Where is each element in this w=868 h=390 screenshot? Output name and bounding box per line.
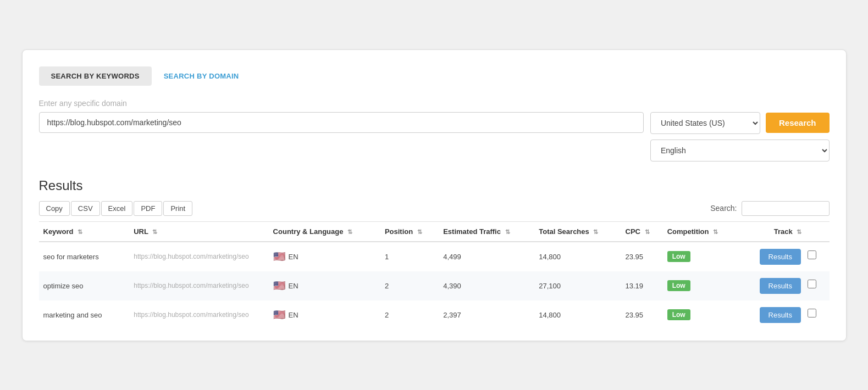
cell-traffic: 2,397 xyxy=(439,300,534,330)
col-header-position: Position ⇅ xyxy=(380,221,439,242)
table-search-input[interactable] xyxy=(742,201,830,216)
copy-button[interactable]: Copy xyxy=(39,201,70,216)
table-controls: Copy CSV Excel PDF Print Search: xyxy=(39,201,830,216)
tab-search-by-domain[interactable]: Search by Domain xyxy=(152,66,251,86)
track-checkbox[interactable] xyxy=(808,250,816,259)
sort-icon-traffic[interactable]: ⇅ xyxy=(505,229,510,236)
tab-bar: Search by Keywords Search by Domain xyxy=(39,66,830,86)
main-card: Search by Keywords Search by Domain Ente… xyxy=(22,49,847,341)
col-header-traffic: Estimated Traffic ⇅ xyxy=(439,221,534,242)
col-header-country: Country & Language ⇅ xyxy=(269,221,380,242)
search-row: United States (US) United Kingdom (UK) C… xyxy=(39,112,830,161)
col-header-track: Track ⇅ xyxy=(747,221,830,242)
table-row: optimize seo https://blog.hubspot.com/ma… xyxy=(39,271,830,300)
table-header-row: Keyword ⇅ URL ⇅ Country & Language ⇅ Pos… xyxy=(39,221,830,242)
language-code: EN xyxy=(289,311,298,319)
cell-keyword: seo for marketers xyxy=(39,242,130,271)
results-button[interactable]: Results xyxy=(760,278,801,294)
sort-icon-competition[interactable]: ⇅ xyxy=(713,229,718,236)
results-title: Results xyxy=(39,178,830,193)
language-code: EN xyxy=(289,282,298,290)
sort-icon-searches[interactable]: ⇅ xyxy=(593,229,598,236)
cell-keyword: marketing and seo xyxy=(39,300,130,330)
cell-searches: 14,800 xyxy=(534,300,621,330)
tab-search-by-keywords[interactable]: Search by Keywords xyxy=(39,66,152,86)
cell-url: https://blog.hubspot.com/marketing/seo xyxy=(129,242,268,271)
cell-url: https://blog.hubspot.com/marketing/seo xyxy=(129,300,268,330)
competition-badge: Low xyxy=(667,309,690,320)
results-button[interactable]: Results xyxy=(760,249,801,265)
col-header-keyword: Keyword ⇅ xyxy=(39,221,130,242)
language-select[interactable]: English Spanish French German xyxy=(650,140,830,161)
cell-competition: Low xyxy=(663,271,747,300)
table-row: marketing and seo https://blog.hubspot.c… xyxy=(39,300,830,330)
flag-icon: 🇺🇸 xyxy=(273,250,285,263)
track-checkbox[interactable] xyxy=(808,309,816,317)
top-right-row: United States (US) United Kingdom (UK) C… xyxy=(650,112,830,134)
pdf-button[interactable]: PDF xyxy=(134,201,162,216)
cell-url: https://blog.hubspot.com/marketing/seo xyxy=(129,271,268,300)
print-button[interactable]: Print xyxy=(163,201,192,216)
col-header-cpc: CPC ⇅ xyxy=(621,221,663,242)
col-header-url: URL ⇅ xyxy=(129,221,268,242)
competition-badge: Low xyxy=(667,280,690,291)
cell-track: Results xyxy=(747,300,830,330)
col-header-competition: Competition ⇅ xyxy=(663,221,747,242)
cell-track: Results xyxy=(747,271,830,300)
cell-position: 2 xyxy=(380,300,439,330)
cell-cpc: 13.19 xyxy=(621,271,663,300)
cell-searches: 27,100 xyxy=(534,271,621,300)
cell-keyword: optimize seo xyxy=(39,271,130,300)
cell-country: 🇺🇸 EN xyxy=(269,271,380,300)
cell-country: 🇺🇸 EN xyxy=(269,300,380,330)
flag-icon: 🇺🇸 xyxy=(273,280,285,292)
excel-button[interactable]: Excel xyxy=(101,201,133,216)
sort-icon-cpc[interactable]: ⇅ xyxy=(645,229,650,236)
cell-traffic: 4,390 xyxy=(439,271,534,300)
csv-button[interactable]: CSV xyxy=(71,201,100,216)
results-table: Keyword ⇅ URL ⇅ Country & Language ⇅ Pos… xyxy=(39,221,830,330)
col-header-searches: Total Searches ⇅ xyxy=(534,221,621,242)
sort-icon-track[interactable]: ⇅ xyxy=(797,229,801,236)
sort-icon-keyword[interactable]: ⇅ xyxy=(78,229,82,236)
input-label: Enter any specific domain xyxy=(39,99,830,108)
track-checkbox[interactable] xyxy=(808,280,816,288)
research-button[interactable]: Research xyxy=(766,113,830,133)
country-select[interactable]: United States (US) United Kingdom (UK) C… xyxy=(650,112,760,134)
sort-icon-url[interactable]: ⇅ xyxy=(152,229,157,236)
search-filter-label: Search: xyxy=(710,204,737,213)
cell-competition: Low xyxy=(663,300,747,330)
table-search-filter: Search: xyxy=(710,201,829,216)
competition-badge: Low xyxy=(667,251,690,262)
sort-icon-position[interactable]: ⇅ xyxy=(417,229,422,236)
right-controls: United States (US) United Kingdom (UK) C… xyxy=(650,112,830,161)
flag-icon: 🇺🇸 xyxy=(273,309,285,321)
table-row: seo for marketers https://blog.hubspot.c… xyxy=(39,242,830,271)
cell-position: 1 xyxy=(380,242,439,271)
cell-cpc: 23.95 xyxy=(621,242,663,271)
cell-country: 🇺🇸 EN xyxy=(269,242,380,271)
results-button[interactable]: Results xyxy=(760,307,801,323)
cell-position: 2 xyxy=(380,271,439,300)
cell-competition: Low xyxy=(663,242,747,271)
export-buttons: Copy CSV Excel PDF Print xyxy=(39,201,193,216)
sort-icon-country[interactable]: ⇅ xyxy=(347,229,352,236)
cell-cpc: 23.95 xyxy=(621,300,663,330)
language-code: EN xyxy=(289,253,298,261)
cell-track: Results xyxy=(747,242,830,271)
cell-searches: 14,800 xyxy=(534,242,621,271)
domain-input[interactable] xyxy=(39,112,644,133)
cell-traffic: 4,499 xyxy=(439,242,534,271)
